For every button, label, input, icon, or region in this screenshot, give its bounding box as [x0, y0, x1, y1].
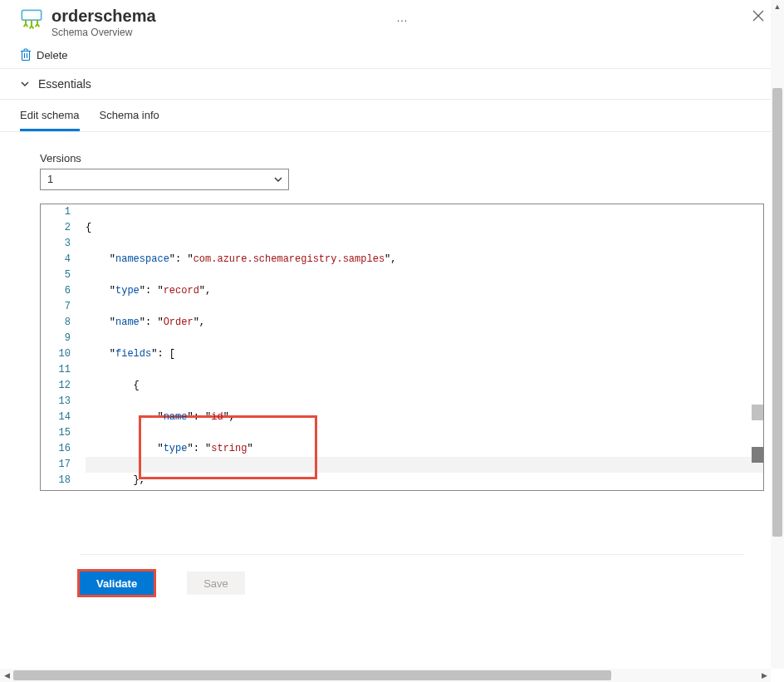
- page-subtitle: Schema Overview: [51, 27, 390, 38]
- chevron-down-icon: [20, 79, 30, 89]
- footer-actions: Validate Save: [40, 555, 764, 611]
- more-button[interactable]: …: [390, 11, 414, 24]
- tab-bar: Edit schema Schema info: [0, 100, 784, 132]
- close-button[interactable]: [752, 9, 764, 24]
- trash-icon: [20, 48, 32, 61]
- editor-gutter: 1 2 3 4 5 6 7 8 9 10 11 12 13 14 15 16 1: [41, 204, 86, 490]
- tab-edit-schema[interactable]: Edit schema: [20, 100, 80, 131]
- scroll-left-arrow-icon[interactable]: ◀: [0, 669, 13, 682]
- content-area: Versions 1 1 2 3 4 5 6 7 8 9 1: [0, 132, 784, 682]
- command-bar: Delete: [0, 38, 784, 69]
- essentials-toggle[interactable]: Essentials: [0, 69, 784, 100]
- validate-button[interactable]: Validate: [80, 572, 154, 595]
- delete-label: Delete: [37, 49, 68, 61]
- close-icon: [752, 10, 764, 22]
- scroll-up-arrow-icon[interactable]: ▲: [771, 0, 784, 13]
- page-scrollbar-horizontal[interactable]: ◀ ▶: [0, 669, 771, 682]
- save-button: Save: [187, 572, 245, 595]
- versions-label: Versions: [40, 152, 764, 164]
- schema-icon: [20, 8, 43, 32]
- chevron-down-icon: [273, 174, 283, 184]
- svg-rect-0: [22, 10, 41, 20]
- versions-selected-value: 1: [47, 171, 53, 188]
- essentials-label: Essentials: [38, 77, 91, 91]
- editor-code[interactable]: { "namespace": "com.azure.schemaregistry…: [86, 204, 763, 490]
- delete-button[interactable]: Delete: [20, 48, 68, 61]
- page-title: orderschema: [51, 6, 390, 26]
- page-scrollbar-vertical[interactable]: ▲: [771, 0, 784, 669]
- page-header: orderschema Schema Overview …: [0, 0, 784, 38]
- versions-select[interactable]: 1: [40, 169, 289, 190]
- schema-editor[interactable]: 1 2 3 4 5 6 7 8 9 10 11 12 13 14 15 16 1: [40, 204, 764, 491]
- scroll-right-arrow-icon[interactable]: ▶: [757, 669, 771, 682]
- tab-schema-info[interactable]: Schema info: [100, 100, 159, 131]
